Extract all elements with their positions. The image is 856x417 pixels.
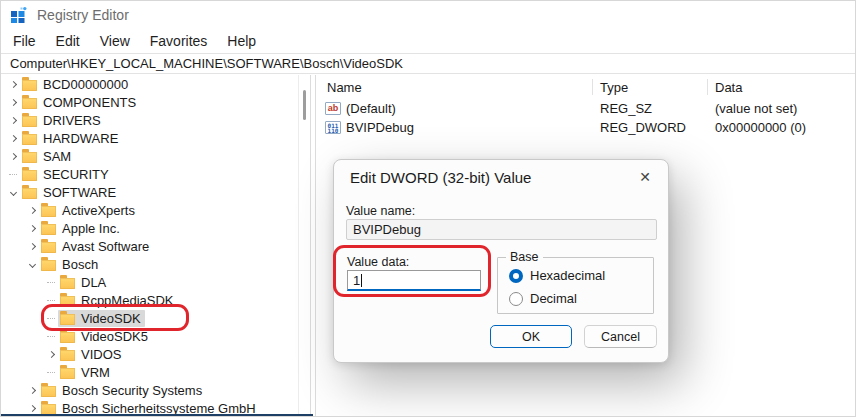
tree-node-box[interactable]: RcppMediaSDK (58, 292, 178, 309)
folder-icon (60, 332, 75, 343)
tree-node-box[interactable]: VideoSDK (58, 310, 145, 327)
folder-icon (22, 152, 37, 163)
tree-item-vrm[interactable]: VRM (1, 363, 298, 381)
close-icon[interactable]: ✕ (634, 167, 656, 187)
value-name-field: BVIPDebug (346, 219, 657, 240)
tree-connector (44, 363, 58, 381)
tree-node-box[interactable]: SAM (20, 148, 75, 165)
tree-item-drivers[interactable]: DRIVERS (1, 111, 298, 129)
radio-decimal[interactable]: Decimal (509, 291, 577, 306)
menu-favorites[interactable]: Favorites (147, 32, 211, 50)
tree-item-bosch[interactable]: Bosch (1, 255, 298, 273)
chevron-right-icon[interactable] (25, 201, 39, 219)
value-data-text: (value not set) (715, 101, 797, 116)
chevron-right-icon[interactable] (25, 381, 39, 399)
tree-node-box[interactable]: BCD00000000 (20, 76, 132, 93)
tree-node-box[interactable]: DLA (58, 274, 110, 291)
menu-file[interactable]: File (10, 32, 39, 50)
value-row-bvipdebug[interactable]: 011110BVIPDebugREG_DWORD0x00000000 (0) (317, 118, 855, 137)
expander-glyph (47, 336, 55, 337)
value-name-text: BVIPDebug (346, 120, 414, 135)
registry-editor-window: Registry Editor FileEditViewFavoritesHel… (0, 0, 856, 417)
tree-node-box[interactable]: COMPONENTS (20, 94, 140, 111)
value-name-cell[interactable]: 011110BVIPDebug (325, 120, 414, 135)
tree-item-videosdk5[interactable]: VideoSDK5 (1, 327, 298, 345)
tree-item-vidos[interactable]: VIDOS (1, 345, 298, 363)
tree-node-box[interactable]: SECURITY (20, 166, 113, 183)
menu-view[interactable]: View (97, 32, 133, 50)
tree-node-box[interactable]: DRIVERS (20, 112, 105, 129)
tree-scrollbar[interactable] (298, 75, 310, 416)
tree-node-box[interactable]: VRM (58, 364, 114, 381)
tree-node-box[interactable]: SOFTWARE (20, 184, 120, 201)
tree-connector (44, 291, 58, 309)
tree-node-box[interactable]: Apple Inc. (39, 220, 124, 237)
expander-glyph (47, 300, 55, 301)
value-row--default-[interactable]: ab(Default)REG_SZ(value not set) (317, 99, 855, 118)
value-name-text: (Default) (346, 101, 396, 116)
column-header-name[interactable]: Name (327, 80, 362, 95)
folder-icon (60, 314, 75, 325)
column-separator[interactable] (592, 79, 593, 95)
tree-item-apple-inc-[interactable]: Apple Inc. (1, 219, 298, 237)
tree-item-bosch-security-systems[interactable]: Bosch Security Systems (1, 381, 298, 399)
value-name-label: Value name: (346, 204, 415, 218)
folder-icon (22, 170, 37, 181)
value-data-input[interactable]: 1 (347, 270, 481, 291)
tree-item-components[interactable]: COMPONENTS (1, 93, 298, 111)
value-data-text: 0x00000000 (0) (715, 120, 806, 135)
tree-item-software[interactable]: SOFTWARE (1, 183, 298, 201)
tree-item-label: RcppMediaSDK (81, 293, 174, 308)
tree-item-label: VideoSDK5 (81, 329, 148, 344)
radio-on-icon[interactable] (509, 269, 523, 283)
tree-item-security[interactable]: SECURITY (1, 165, 298, 183)
tree-item-bcd00000000[interactable]: BCD00000000 (1, 75, 298, 93)
chevron-down-icon[interactable] (6, 183, 20, 201)
menu-edit[interactable]: Edit (53, 32, 83, 50)
tree-node-box[interactable]: HARDWARE (20, 130, 122, 147)
tree-item-activexperts[interactable]: ActiveXperts (1, 201, 298, 219)
tree-node-box[interactable]: Avast Software (39, 238, 153, 255)
column-separator[interactable] (707, 79, 708, 95)
chevron-right-icon[interactable] (6, 75, 20, 93)
menu-help[interactable]: Help (224, 32, 259, 50)
chevron-right-icon[interactable] (6, 147, 20, 165)
tree-node-box[interactable]: ActiveXperts (39, 202, 139, 219)
tree-node-box[interactable]: VIDOS (58, 346, 125, 363)
chevron-down-icon[interactable] (25, 255, 39, 273)
expander-glyph (47, 318, 55, 319)
reg-dword-icon: 011110 (325, 121, 341, 134)
tree-node-box[interactable]: VideoSDK5 (58, 328, 152, 345)
tree-item-avast-software[interactable]: Avast Software (1, 237, 298, 255)
tree-scrollbar-thumb[interactable] (303, 90, 306, 120)
radio-off-icon[interactable] (509, 292, 523, 306)
tree-item-sam[interactable]: SAM (1, 147, 298, 165)
ok-button[interactable]: OK (490, 325, 572, 348)
tree-item-hardware[interactable]: HARDWARE (1, 129, 298, 147)
chevron-right-icon[interactable] (6, 111, 20, 129)
folder-icon (60, 350, 75, 361)
cancel-button[interactable]: Cancel (584, 325, 657, 348)
chevron-right-icon[interactable] (25, 219, 39, 237)
window-title: Registry Editor (37, 7, 129, 23)
tree-node-box[interactable]: Bosch (39, 256, 102, 273)
chevron-right-icon[interactable] (6, 93, 20, 111)
pane-splitter[interactable] (310, 75, 316, 416)
column-header-type[interactable]: Type (600, 80, 628, 95)
folder-icon (41, 260, 56, 271)
chevron-right-icon[interactable] (44, 345, 58, 363)
chevron-right-icon[interactable] (25, 237, 39, 255)
value-name-cell[interactable]: ab(Default) (325, 101, 396, 116)
radio-hexadecimal[interactable]: Hexadecimal (509, 268, 605, 283)
tree-item-dla[interactable]: DLA (1, 273, 298, 291)
tree-node-box[interactable]: Bosch Security Systems (39, 382, 206, 399)
column-header-data[interactable]: Data (715, 80, 742, 95)
tree-item-videosdk[interactable]: VideoSDK (1, 309, 298, 327)
tree-item-rcppmediasdk[interactable]: RcppMediaSDK (1, 291, 298, 309)
chevron-right-icon[interactable] (6, 129, 20, 147)
tree-connector (44, 327, 58, 345)
folder-icon (41, 404, 56, 415)
address-bar[interactable]: Computer\HKEY_LOCAL_MACHINE\SOFTWARE\Bos… (1, 53, 855, 74)
tree-item-label: VideoSDK (81, 311, 141, 326)
tree-item-label: Bosch (62, 257, 98, 272)
